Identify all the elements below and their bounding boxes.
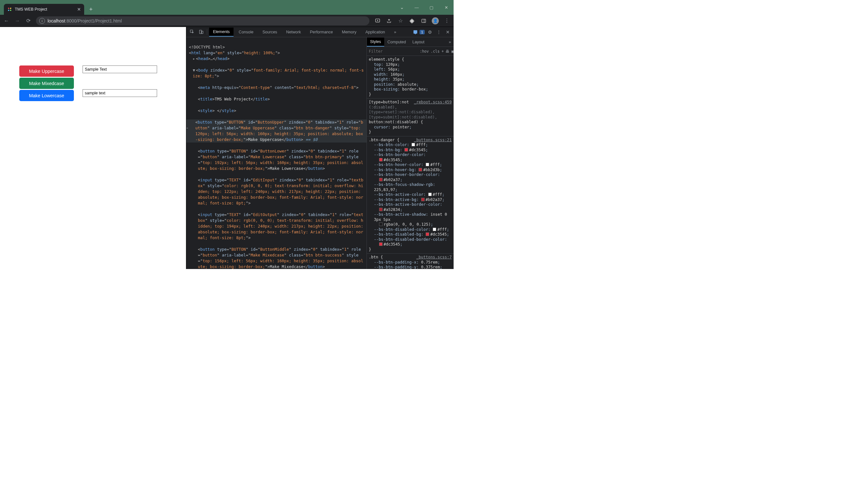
inspect-element-icon[interactable]: [188, 28, 196, 36]
devtools-toolbar: Elements Console Sources Network Perform…: [186, 27, 454, 37]
site-info-icon[interactable]: i: [39, 18, 45, 24]
rendered-page: Make Uppercase Make Mixedcase Make Lower…: [0, 27, 186, 269]
address-bar[interactable]: i localhost:8000/Project1/Project1.html: [36, 16, 369, 25]
devtools-styles-pane: Styles Computed Layout » :hov .cls + 🖶 ▣…: [366, 37, 454, 269]
devtools-elements-tree[interactable]: <!DOCTYPE html> <html lang="en" style="h…: [186, 37, 366, 269]
styles-new-rule-icon[interactable]: +: [441, 49, 444, 54]
devtools-tab-elements[interactable]: Elements: [209, 28, 233, 37]
device-toolbar-icon[interactable]: [197, 28, 205, 36]
styles-tab-computed[interactable]: Computed: [384, 38, 409, 46]
styles-tab-more[interactable]: »: [446, 38, 454, 46]
styles-print-icon[interactable]: 🖶: [446, 49, 449, 54]
styles-tab-styles[interactable]: Styles: [367, 38, 384, 47]
make-uppercase-button[interactable]: Make Uppercase: [19, 66, 74, 77]
devtools-tab-more[interactable]: »: [390, 28, 400, 36]
browser-menu-icon[interactable]: ⋮: [443, 18, 450, 24]
sidepanel-icon[interactable]: [420, 18, 427, 23]
devtools-issues-button[interactable]: 1: [413, 30, 425, 34]
install-app-icon[interactable]: [374, 18, 381, 23]
devtools-tab-console[interactable]: Console: [235, 28, 257, 36]
make-lowercase-button[interactable]: Make Lowercase: [19, 90, 74, 101]
bookmark-star-icon[interactable]: ☆: [397, 18, 404, 24]
window-close-icon[interactable]: ✕: [439, 0, 454, 15]
profile-avatar[interactable]: 👤: [432, 17, 439, 24]
devtools-tab-memory[interactable]: Memory: [338, 28, 360, 36]
nav-back-icon[interactable]: ←: [3, 18, 10, 24]
styles-tab-layout[interactable]: Layout: [409, 38, 428, 46]
browser-tab[interactable]: TMS WEB Project ✕: [4, 4, 84, 15]
styles-filter-input[interactable]: [369, 49, 418, 54]
devtools-close-icon[interactable]: ✕: [444, 30, 452, 35]
dom-selected-node[interactable]: <button type="BUTTON" id="ButtonUpper" z…: [186, 120, 366, 143]
styles-rules-list[interactable]: element.style { top: 120px; left: 56px; …: [367, 56, 454, 269]
make-mixedcase-button[interactable]: Make Mixedcase: [19, 78, 74, 89]
browser-toolbar: ← → ⟳ i localhost:8000/Project1/Project1…: [0, 15, 454, 27]
nav-reload-icon[interactable]: ⟳: [25, 18, 32, 24]
nav-forward-icon[interactable]: →: [14, 18, 20, 24]
dom-doctype: <!DOCTYPE html>: [189, 44, 225, 50]
window-minimize-icon[interactable]: —: [409, 0, 424, 15]
window-maximize-icon[interactable]: ▢: [424, 0, 439, 15]
tab-close-icon[interactable]: ✕: [77, 7, 81, 12]
devtools-tab-network[interactable]: Network: [282, 28, 305, 36]
devtools-settings-icon[interactable]: ⚙: [426, 30, 434, 35]
browser-titlebar: TMS WEB Project ✕ + ⌄ — ▢ ✕: [0, 0, 454, 15]
devtools-tab-application[interactable]: Application: [361, 28, 389, 36]
window-caret-icon[interactable]: ⌄: [395, 0, 409, 15]
edit-output-field[interactable]: [83, 89, 157, 97]
devtools-tab-performance[interactable]: Performance: [306, 28, 337, 36]
svg-rect-1: [422, 19, 426, 22]
tab-title: TMS WEB Project: [15, 7, 47, 12]
tab-favicon: [7, 7, 12, 12]
devtools-tab-sources[interactable]: Sources: [259, 28, 281, 36]
new-tab-button[interactable]: +: [86, 4, 96, 14]
extensions-icon[interactable]: [409, 18, 416, 23]
share-icon[interactable]: [385, 18, 393, 23]
devtools-panel: Elements Console Sources Network Perform…: [186, 27, 454, 269]
styles-hov-toggle[interactable]: :hov: [420, 49, 429, 54]
styles-cls-toggle[interactable]: .cls: [431, 49, 440, 54]
styles-box-model-icon[interactable]: ▣: [451, 49, 454, 54]
devtools-menu-icon[interactable]: ⋮: [435, 30, 443, 35]
url-text: localhost:8000/Project1/Project1.html: [48, 18, 122, 23]
edit-input-field[interactable]: [83, 66, 157, 73]
